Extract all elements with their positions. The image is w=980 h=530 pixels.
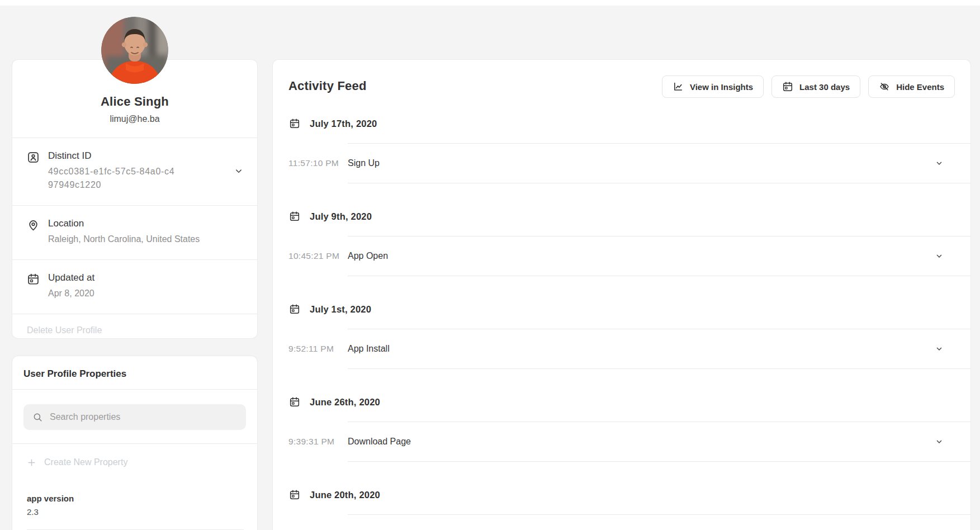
profile-email: limuj@he.ba <box>23 114 246 124</box>
field-distinct-id: Distinct ID 49cc0381-e1fc-57c5-84a0-c497… <box>12 138 257 205</box>
last-30-days-button[interactable]: Last 30 days <box>771 75 860 98</box>
chevron-down-icon[interactable] <box>935 437 944 446</box>
plus-icon <box>27 458 36 467</box>
event-group: July 9th, 2020 10:45:21 PM App Open <box>273 211 970 276</box>
event-list <box>348 514 970 515</box>
event-list: 9:39:31 PM Download Page <box>348 422 970 462</box>
chevron-down-icon[interactable] <box>234 166 244 176</box>
field-value: Raleigh, North Carolina, United States <box>48 233 244 246</box>
top-strip <box>0 0 980 6</box>
event-group-date: July 17th, 2020 <box>310 119 377 129</box>
event-row[interactable]: 9:39:31 PM Download Page <box>348 422 970 462</box>
event-group-date: July 9th, 2020 <box>310 211 372 222</box>
event-time: 10:45:21 PM <box>288 251 341 261</box>
location-pin-icon <box>27 219 40 231</box>
chevron-down-icon[interactable] <box>935 344 944 353</box>
event-list: 10:45:21 PM App Open <box>348 236 970 276</box>
activity-feed-header: Activity Feed View in Insights Last 30 d… <box>273 60 970 98</box>
calendar-icon <box>782 81 793 92</box>
profile-name: Alice Singh <box>23 94 246 109</box>
event-name: App Install <box>348 344 390 354</box>
event-row[interactable]: 9:52:11 PM App Install <box>348 329 970 369</box>
event-group-header: July 9th, 2020 <box>273 211 970 222</box>
event-group-header: June 26th, 2020 <box>273 396 970 408</box>
event-group-date: June 20th, 2020 <box>310 490 380 500</box>
field-label: Updated at <box>48 272 244 283</box>
event-group: July 17th, 2020 11:57:10 PM Sign Up <box>273 118 970 183</box>
event-list: 9:52:11 PM App Install <box>348 329 970 369</box>
event-group: June 26th, 2020 9:39:31 PM Download Page <box>273 396 970 462</box>
properties-search-section <box>12 389 257 443</box>
calendar-icon <box>289 396 300 408</box>
event-group-header: July 1st, 2020 <box>273 304 970 315</box>
field-value: Apr 8, 2020 <box>48 287 244 300</box>
id-badge-icon <box>27 151 40 164</box>
field-body: Updated at Apr 8, 2020 <box>48 272 244 300</box>
calendar-icon <box>289 211 300 222</box>
calendar-icon <box>27 273 40 286</box>
view-in-insights-button[interactable]: View in Insights <box>662 75 764 98</box>
user-profile-properties-card: User Profile Properties Create New Prope… <box>12 356 257 530</box>
property-value: 2.3 <box>27 507 244 517</box>
property-item: app version 2.3 <box>27 489 244 530</box>
feed-actions: View in Insights Last 30 days Hide Event… <box>662 75 955 98</box>
create-new-property-label: Create New Property <box>44 457 127 467</box>
search-pill[interactable] <box>23 404 246 430</box>
event-name: Download Page <box>348 437 411 447</box>
avatar <box>101 17 168 84</box>
calendar-icon <box>289 489 300 500</box>
create-new-property-button[interactable]: Create New Property <box>12 443 257 484</box>
field-label: Distinct ID <box>48 150 234 162</box>
event-name: App Open <box>348 251 388 261</box>
event-row[interactable]: 10:45:21 PM App Open <box>348 236 970 276</box>
event-name: Sign Up <box>348 158 380 168</box>
event-row[interactable]: 11:57:10 PM Sign Up <box>348 144 970 183</box>
event-group-header: July 17th, 2020 <box>273 118 970 129</box>
event-group-header: June 20th, 2020 <box>273 489 970 500</box>
line-chart-icon <box>673 81 684 92</box>
profile-card: Alice Singh limuj@he.ba Distinct ID 49cc… <box>12 60 257 338</box>
hide-events-button[interactable]: Hide Events <box>868 75 955 98</box>
activity-feed-card: Activity Feed View in Insights Last 30 d… <box>273 60 970 530</box>
activity-feed-title: Activity Feed <box>288 75 367 93</box>
event-list: 11:57:10 PM Sign Up <box>348 143 970 183</box>
calendar-icon <box>289 118 300 129</box>
event-time: 9:52:11 PM <box>288 344 341 354</box>
field-body: Distinct ID 49cc0381-e1fc-57c5-84a0-c497… <box>48 150 234 192</box>
event-group: July 1st, 2020 9:52:11 PM App Install <box>273 304 970 369</box>
property-name: app version <box>27 494 244 503</box>
event-group-date: July 1st, 2020 <box>310 304 371 315</box>
field-label: Location <box>48 218 244 229</box>
chevron-down-icon[interactable] <box>935 159 944 168</box>
calendar-icon <box>289 304 300 315</box>
button-label: Hide Events <box>896 82 944 92</box>
event-time: 9:39:31 PM <box>288 437 341 447</box>
chevron-down-icon[interactable] <box>935 252 944 261</box>
search-icon <box>32 412 43 423</box>
event-group-date: June 26th, 2020 <box>310 397 380 408</box>
event-groups: July 17th, 2020 11:57:10 PM Sign Up July… <box>273 118 970 515</box>
event-group: June 20th, 2020 <box>273 489 970 515</box>
button-label: View in Insights <box>690 82 753 92</box>
field-body: Location Raleigh, North Carolina, United… <box>48 218 244 246</box>
eye-off-icon <box>879 81 890 92</box>
field-location: Location Raleigh, North Carolina, United… <box>12 205 257 259</box>
field-updated-at: Updated at Apr 8, 2020 <box>12 259 257 314</box>
event-time: 11:57:10 PM <box>288 158 341 168</box>
field-value: 49cc0381-e1fc-57c5-84a0-c497949c1220 <box>48 165 176 192</box>
properties-title: User Profile Properties <box>12 356 257 389</box>
avatar-image <box>101 17 168 84</box>
delete-user-profile-button[interactable]: Delete User Profile <box>12 314 257 349</box>
search-properties-input[interactable] <box>50 412 237 422</box>
button-label: Last 30 days <box>799 82 850 92</box>
